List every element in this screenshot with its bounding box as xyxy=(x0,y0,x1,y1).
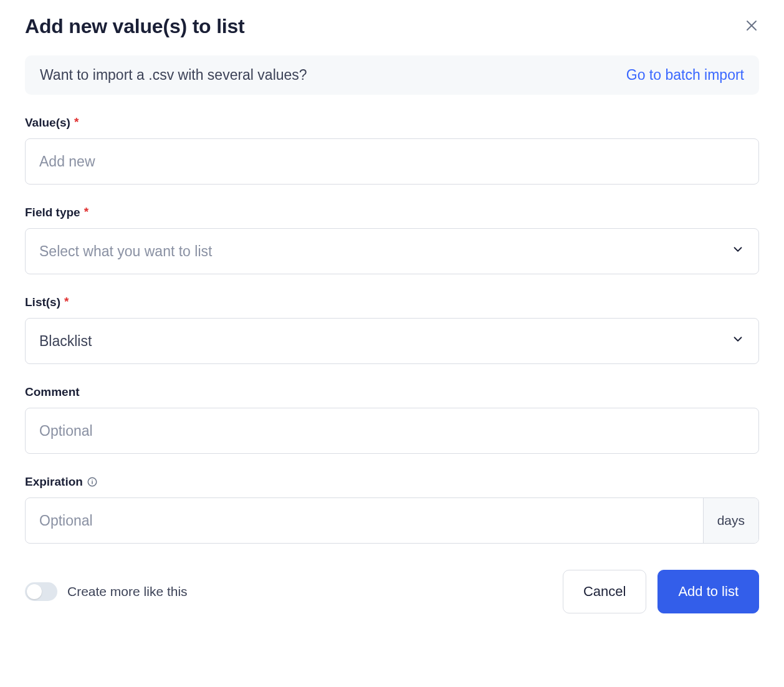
lists-value: Blacklist xyxy=(39,333,92,350)
batch-import-text: Want to import a .csv with several value… xyxy=(40,67,307,84)
field-type-required: * xyxy=(84,205,88,219)
field-type-select[interactable]: Select what you want to list xyxy=(25,228,759,274)
expiration-input[interactable]: Optional xyxy=(26,498,703,543)
batch-import-link[interactable]: Go to batch import xyxy=(626,67,744,84)
lists-required: * xyxy=(64,295,69,309)
dialog-title: Add new value(s) to list xyxy=(25,15,245,38)
close-icon[interactable] xyxy=(744,18,759,36)
values-label: Value(s) xyxy=(25,116,70,130)
values-input[interactable]: Add new xyxy=(25,138,759,185)
lists-label: List(s) xyxy=(25,295,60,309)
field-type-label: Field type xyxy=(25,206,80,219)
svg-point-4 xyxy=(92,479,93,481)
expiration-label: Expiration xyxy=(25,475,83,489)
expiration-suffix: days xyxy=(703,498,758,543)
batch-import-banner: Want to import a .csv with several value… xyxy=(25,55,759,95)
chevron-down-icon xyxy=(731,332,745,350)
field-type-placeholder: Select what you want to list xyxy=(39,243,212,260)
comment-label: Comment xyxy=(25,385,80,399)
submit-button[interactable]: Add to list xyxy=(657,570,759,613)
info-icon[interactable] xyxy=(87,476,98,488)
lists-select[interactable]: Blacklist xyxy=(25,318,759,364)
cancel-button[interactable]: Cancel xyxy=(563,570,646,613)
comment-input[interactable]: Optional xyxy=(25,408,759,454)
chevron-down-icon xyxy=(731,243,745,260)
create-more-toggle[interactable] xyxy=(25,582,57,601)
create-more-label: Create more like this xyxy=(67,584,188,599)
values-required: * xyxy=(74,115,79,129)
